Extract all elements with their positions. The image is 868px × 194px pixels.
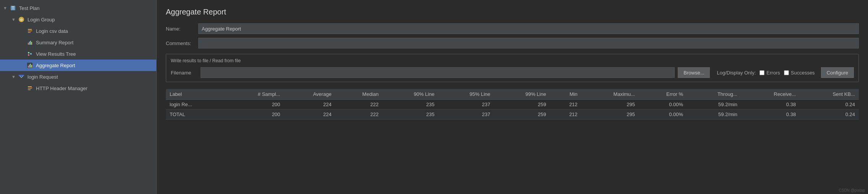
sidebar-item-label: Aggregate Report xyxy=(36,63,75,68)
sidebar-item-label: Test Plan xyxy=(19,5,39,11)
table-cell: 259 xyxy=(494,100,550,110)
table-cell: 0.00% xyxy=(639,100,687,110)
sidebar-item-label: HTTP Header Manager xyxy=(36,86,87,91)
sidebar-item-http-header-manager[interactable]: HTTP Header Manager xyxy=(0,82,156,94)
col-header-0: Label xyxy=(166,89,225,100)
svg-rect-22 xyxy=(31,65,32,68)
table-cell: 0.24 xyxy=(800,100,859,110)
item-icon: ⚙ xyxy=(18,16,25,23)
col-header-12: Sent KB... xyxy=(800,89,859,100)
log-display-label: Log/Display Only: xyxy=(717,70,756,76)
table-cell: 200 xyxy=(225,100,284,110)
table-row: TOTAL2002242222352372592122950.00%59.2/m… xyxy=(166,110,859,120)
table-cell: 235 xyxy=(382,110,438,120)
sidebar-item-label: Summary Report xyxy=(36,40,73,45)
table-cell: login Re... xyxy=(166,100,225,110)
col-header-7: Min xyxy=(550,89,581,100)
item-icon xyxy=(26,50,34,58)
panel-title: Aggregate Report xyxy=(166,8,859,16)
svg-text:⚙: ⚙ xyxy=(20,18,23,22)
successes-label: Successes xyxy=(791,70,815,76)
name-label: Name: xyxy=(166,26,198,32)
configure-button[interactable]: Configure xyxy=(821,67,854,78)
col-header-11: Receive... xyxy=(741,89,800,100)
table-cell: 224 xyxy=(284,100,335,110)
sidebar-item-login-csv-data[interactable]: Login csv data xyxy=(0,25,156,37)
table-cell: 200 xyxy=(225,110,284,120)
sidebar-item-label: Login csv data xyxy=(36,28,68,34)
sidebar-item-view-results-tree[interactable]: View Results Tree xyxy=(0,48,156,60)
sidebar: ▼TTest Plan▼⚙Login GroupLogin csv dataSu… xyxy=(0,0,157,194)
svg-rect-20 xyxy=(29,65,30,68)
sidebar-item-test-plan[interactable]: ▼TTest Plan xyxy=(0,2,156,14)
main-panel: Aggregate Report Name: Comments: Write r… xyxy=(157,0,868,194)
filename-row: Filename Browse... Log/Display Only: Err… xyxy=(171,67,854,78)
item-icon xyxy=(18,73,25,81)
table-cell: 235 xyxy=(382,100,438,110)
svg-point-16 xyxy=(30,53,32,55)
successes-checkbox-group[interactable]: Successes xyxy=(784,70,815,76)
table-cell: 237 xyxy=(438,110,494,120)
table-header: Label# Sampl...AverageMedian90% Line95% … xyxy=(166,89,859,100)
aggregate-table: Label# Sampl...AverageMedian90% Line95% … xyxy=(166,89,859,120)
table-cell: 222 xyxy=(335,110,382,120)
col-header-5: 95% Line xyxy=(438,89,494,100)
table-row: login Re...2002242222352372592122950.00%… xyxy=(166,100,859,110)
svg-rect-12 xyxy=(31,42,32,45)
table-cell: 0.00% xyxy=(639,110,687,120)
table-cell: TOTAL xyxy=(166,110,225,120)
browse-button[interactable]: Browse... xyxy=(678,67,710,78)
sidebar-item-label: View Results Tree xyxy=(36,51,76,57)
errors-checkbox-group[interactable]: Errors xyxy=(760,70,780,76)
sidebar-item-aggregate-report[interactable]: Aggregate Report xyxy=(0,60,156,71)
table-cell: 222 xyxy=(335,100,382,110)
table-cell: 212 xyxy=(550,100,581,110)
svg-rect-24 xyxy=(19,75,24,76)
item-icon xyxy=(26,84,34,92)
table-cell: 212 xyxy=(550,110,581,120)
filename-input[interactable] xyxy=(201,67,675,78)
table-cell: 224 xyxy=(284,110,335,120)
comments-label: Comments: xyxy=(166,40,198,46)
svg-point-15 xyxy=(28,54,29,56)
table-header-row: Label# Sampl...AverageMedian90% Line95% … xyxy=(166,89,859,100)
name-input[interactable] xyxy=(198,23,859,34)
arrow-icon: ▼ xyxy=(11,17,17,22)
svg-point-14 xyxy=(28,52,29,53)
comments-row: Comments: xyxy=(166,38,859,48)
arrow-icon: ▼ xyxy=(3,6,8,10)
table-cell: 59.2/min xyxy=(687,100,741,110)
col-header-4: 90% Line xyxy=(382,89,438,100)
log-display-row: Log/Display Only: Errors Successes Confi… xyxy=(717,67,854,78)
sidebar-item-login-group[interactable]: ▼⚙Login Group xyxy=(0,14,156,25)
svg-rect-21 xyxy=(30,64,31,68)
svg-rect-10 xyxy=(29,42,30,45)
item-icon xyxy=(26,61,34,69)
col-header-9: Error % xyxy=(639,89,687,100)
errors-checkbox[interactable] xyxy=(760,70,764,75)
table-cell: 259 xyxy=(494,110,550,120)
write-results-section: Write results to file / Read from file F… xyxy=(166,54,859,82)
table-cell: 0.38 xyxy=(741,110,800,120)
filename-label: Filename xyxy=(171,70,198,76)
item-icon xyxy=(26,27,34,35)
svg-rect-11 xyxy=(30,41,31,45)
item-icon xyxy=(26,39,34,46)
col-header-6: 99% Line xyxy=(494,89,550,100)
col-header-10: Throug... xyxy=(687,89,741,100)
item-icon: T xyxy=(9,4,17,12)
col-header-2: Average xyxy=(284,89,335,100)
name-row: Name: xyxy=(166,23,859,34)
col-header-8: Maximu... xyxy=(581,89,639,100)
svg-rect-19 xyxy=(28,66,29,68)
watermark: CSDN @platap xyxy=(839,188,865,192)
sidebar-item-summary-report[interactable]: Summary Report xyxy=(0,37,156,48)
successes-checkbox[interactable] xyxy=(784,70,789,75)
sidebar-item-login-request[interactable]: ▼login Request xyxy=(0,71,156,82)
sidebar-item-label: Login Group xyxy=(28,17,55,23)
table-cell: 295 xyxy=(581,110,639,120)
comments-input[interactable] xyxy=(198,38,859,48)
table-cell: 0.24 xyxy=(800,110,859,120)
sidebar-item-label: login Request xyxy=(28,74,58,80)
table-body: login Re...2002242222352372592122950.00%… xyxy=(166,100,859,120)
